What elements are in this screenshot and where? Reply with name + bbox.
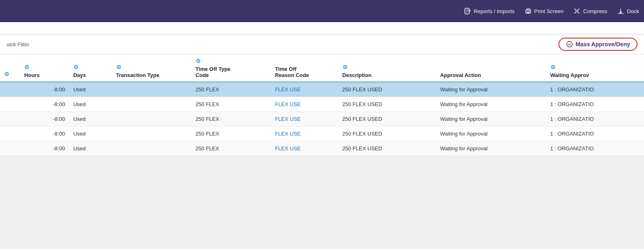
row-description: 250 FLEX USED [338,127,436,141]
top-bar: Reports / Imports Print Screen Compress … [0,0,644,22]
col-label-description: Description [342,72,372,78]
reports-icon [464,7,471,15]
row-transaction-type [112,97,191,112]
row-checkbox-cell [0,82,20,97]
print-icon [525,7,532,15]
row-hours: -8:00 [20,97,69,112]
svg-point-6 [567,41,572,47]
svg-rect-5 [618,13,624,14]
row-checkbox-cell [0,112,20,127]
print-screen-label: Print Screen [534,8,564,14]
col-header-checkbox: ⚙ [0,54,20,82]
col-label-time-off-type-code: Time Off TypeCode [196,66,230,78]
svg-point-3 [529,11,530,11]
row-checkbox-cell [0,97,20,112]
row-time-off-reason-code: FLEX USE [271,82,338,97]
row-waiting-approval: 1 : ORGANIZATIO [546,82,644,97]
row-waiting-approval: 1 : ORGANIZATIO [546,112,644,127]
gear-icon-checkbox[interactable]: ⚙ [4,71,9,77]
compress-button[interactable]: Compress [573,7,607,15]
svg-rect-2 [527,12,529,13]
gear-icon-days[interactable]: ⚙ [73,64,79,70]
col-label-waiting-approval: Waiting Approv [550,72,589,78]
dock-button[interactable]: Dock [617,7,639,15]
row-description: 250 FLEX USED [338,141,436,156]
col-label-hours: Hours [24,72,40,78]
row-time-off-type-code: 250 FLEX [191,82,271,97]
row-transaction-type [112,112,191,127]
col-header-days: ⚙ Days [69,54,112,82]
col-header-description: ⚙ Description [338,54,436,82]
row-hours: -8:00 [20,112,69,127]
table-row: -8:00Used250 FLEXFLEX USE250 FLEX USEDWa… [0,141,644,156]
table-row: -8:00Used250 FLEXFLEX USE250 FLEX USEDWa… [0,97,644,112]
row-description: 250 FLEX USED [338,82,436,97]
col-header-time-off-type-code: ⚙ Time Off TypeCode [191,54,271,82]
row-approval-action: Waiting for Approval [436,112,546,127]
gear-icon-waiting-approval[interactable]: ⚙ [550,64,556,70]
row-time-off-reason-code: FLEX USE [271,127,338,141]
data-table-wrapper: ⚙ ⚙ Hours ⚙ Days ⚙ [0,54,644,156]
col-header-hours: ⚙ Hours [20,54,69,82]
print-screen-button[interactable]: Print Screen [525,7,564,15]
gear-icon-time-off-type-code[interactable]: ⚙ [196,58,201,64]
row-transaction-type [112,82,191,97]
mass-approve-deny-button[interactable]: Mass Approve/Deny [558,38,637,51]
gear-icon-transaction-type[interactable]: ⚙ [116,64,122,70]
table-header-row: ⚙ ⚙ Hours ⚙ Days ⚙ [0,54,644,82]
col-label-transaction-type: Transaction Type [116,72,160,78]
row-days: Used [69,141,112,156]
row-description: 250 FLEX USED [338,112,436,127]
row-checkbox-cell [0,127,20,141]
row-time-off-type-code: 250 FLEX [191,112,271,127]
col-header-approval-action: Approval Action [436,54,546,82]
row-time-off-reason-code: FLEX USE [271,112,338,127]
row-approval-action: Waiting for Approval [436,141,546,156]
sub-header [0,22,644,34]
mass-approve-icon [566,41,573,48]
row-transaction-type [112,141,191,156]
col-header-transaction-type: ⚙ Transaction Type [112,54,191,82]
row-hours: -8:00 [20,82,69,97]
mass-approve-label: Mass Approve/Deny [576,41,630,48]
row-approval-action: Waiting for Approval [436,82,546,97]
row-hours: -8:00 [20,127,69,141]
compress-label: Compress [583,8,607,14]
col-label-days: Days [73,72,86,78]
compress-icon [573,7,581,15]
row-transaction-type [112,127,191,141]
table-row: -8:00Used250 FLEXFLEX USE250 FLEX USEDWa… [0,112,644,127]
reports-imports-button[interactable]: Reports / Imports [464,7,515,15]
row-hours: -8:00 [20,141,69,156]
col-label-approval-action: Approval Action [440,72,481,78]
col-label-reason-code: Time OffReason Code [275,66,309,78]
row-description: 250 FLEX USED [338,97,436,112]
row-time-off-type-code: 250 FLEX [191,127,271,141]
table-row: -8:00Used250 FLEXFLEX USE250 FLEX USEDWa… [0,82,644,97]
toolbar-row: uick Filter Mass Approve/Deny [0,34,644,54]
row-waiting-approval: 1 : ORGANIZATIO [546,127,644,141]
row-waiting-approval: 1 : ORGANIZATIO [546,141,644,156]
quick-filter-label: uick Filter [7,41,29,48]
row-checkbox-cell [0,141,20,156]
row-waiting-approval: 1 : ORGANIZATIO [546,97,644,112]
row-approval-action: Waiting for Approval [436,97,546,112]
gear-icon-description[interactable]: ⚙ [342,64,348,70]
col-header-waiting-approval: ⚙ Waiting Approv [546,54,644,82]
table-row: -8:00Used250 FLEXFLEX USE250 FLEX USEDWa… [0,127,644,141]
gear-icon-hours[interactable]: ⚙ [24,64,29,70]
data-table: ⚙ ⚙ Hours ⚙ Days ⚙ [0,54,644,156]
row-time-off-reason-code: FLEX USE [271,141,338,156]
row-time-off-type-code: 250 FLEX [191,97,271,112]
row-days: Used [69,127,112,141]
row-days: Used [69,82,112,97]
dock-label: Dock [627,8,639,14]
col-header-reason-code: Time OffReason Code [271,54,338,82]
reports-imports-label: Reports / Imports [474,8,515,14]
row-time-off-reason-code: FLEX USE [271,97,338,112]
row-approval-action: Waiting for Approval [436,127,546,141]
row-days: Used [69,97,112,112]
dock-icon [617,7,624,15]
row-days: Used [69,112,112,127]
row-time-off-type-code: 250 FLEX [191,141,271,156]
